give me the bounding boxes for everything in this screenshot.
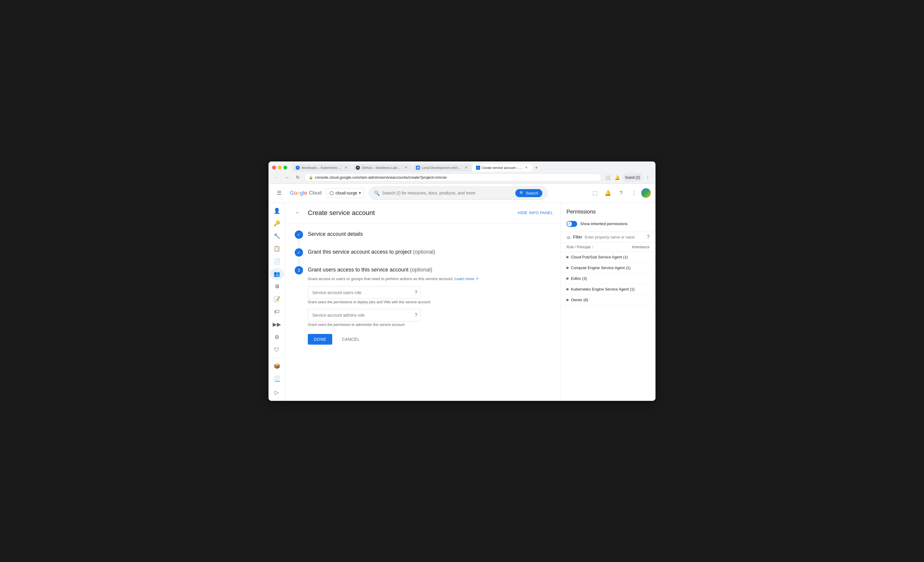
maximize-window-button[interactable]	[284, 166, 287, 169]
search-bar-icon: 🔍	[374, 190, 380, 196]
step-1-check-icon: ✓	[297, 232, 301, 237]
tag-icon: 🏷	[274, 309, 279, 315]
sidebar-item-key[interactable]: 🔑	[270, 218, 284, 229]
sidebar-item-policy[interactable]: 📄	[270, 256, 284, 267]
sidebar-item-tag[interactable]: 🏷	[270, 306, 284, 317]
project-dropdown-icon: ▾	[359, 191, 361, 195]
project-selector[interactable]: ⬡ cloud-surge ▾	[326, 188, 364, 198]
admins-role-field: ? Grant users the permission to administ…	[308, 309, 551, 327]
notifications-button[interactable]: 🔔	[613, 173, 621, 182]
sidebar-item-audit[interactable]: 📋	[270, 243, 284, 254]
project-name: cloud-surge	[336, 191, 357, 195]
minimize-window-button[interactable]	[278, 166, 282, 169]
tab-k8s-close[interactable]: ✕	[344, 166, 348, 170]
step-3-number: 3	[298, 268, 300, 273]
gear-icon: ⚙	[274, 334, 279, 341]
step-2-content: Grant this service account access to pro…	[308, 248, 551, 264]
help-button[interactable]: ?	[615, 187, 627, 199]
tab-k8s-label: Workloads – Kubernetes Engi…	[302, 166, 342, 169]
tab-iam-label: Create service account – IAM	[482, 166, 522, 169]
permission-row-editor[interactable]: ▶ Editor (3)	[561, 273, 656, 284]
new-tab-button[interactable]: +	[532, 164, 540, 172]
chevron-right-icon: ▶▶	[273, 321, 281, 328]
guest-label: Guest (2)	[625, 175, 640, 179]
search-input[interactable]	[382, 191, 513, 195]
sidebar-item-forward[interactable]: ▶▶	[270, 319, 284, 330]
users-role-input[interactable]	[308, 286, 421, 299]
step-2-indicator: ✓	[295, 248, 303, 257]
step-1-row: ✓ Service account details	[295, 230, 551, 248]
filter-help-icon[interactable]: ?	[647, 234, 650, 240]
guest-profile-button[interactable]: Guest (2)	[623, 173, 642, 182]
user-avatar-button[interactable]	[641, 188, 651, 198]
cancel-button[interactable]: CANCEL	[336, 334, 366, 345]
browser-tabs: ⎈ Workloads – Kubernetes Engi… ✕ ⊗ GitHu…	[292, 164, 642, 172]
permission-row-compute[interactable]: ▶ Compute Engine Service Agent (1)	[561, 263, 656, 273]
browser-menu-button[interactable]: ⋮	[644, 173, 652, 182]
hide-info-panel-button[interactable]: HIDE INFO PANEL	[518, 211, 553, 215]
permission-label-pubsub: Cloud Pub/Sub Service Agent (1)	[571, 255, 650, 259]
permission-row-owner[interactable]: ▶ Owner (8)	[561, 295, 656, 305]
admins-role-help-icon[interactable]: ?	[415, 312, 417, 318]
tab-local[interactable]: ◉ Local Development (minikube… ✕	[412, 164, 472, 172]
sidebar-item-tools[interactable]: 🔧	[270, 230, 284, 241]
admins-role-input[interactable]	[308, 309, 421, 321]
done-button[interactable]: DONE	[308, 334, 332, 345]
sidebar-item-artifact[interactable]: 📦	[270, 360, 284, 372]
url-bar[interactable]: 🔒 console.cloud.google.com/iam-admin/ser…	[304, 173, 602, 181]
sort-arrow-icon[interactable]: ↑	[592, 245, 594, 249]
sidebar-item-workbench[interactable]: 🖥	[270, 281, 284, 292]
permission-row-pubsub[interactable]: ▶ Cloud Pub/Sub Service Agent (1)	[561, 252, 656, 263]
google-cloud-logo[interactable]: Google Cloud	[290, 190, 321, 196]
back-nav-button[interactable]: ←	[272, 173, 280, 182]
document-icon: 📃	[274, 375, 280, 382]
learn-more-link[interactable]: Learn more ↗	[454, 277, 478, 281]
step-1-title: Service account details	[308, 230, 551, 238]
step-2-check-icon: ✓	[297, 250, 301, 255]
filter-input[interactable]	[585, 235, 645, 239]
users-role-help-icon[interactable]: ?	[415, 290, 417, 295]
tab-k8s[interactable]: ⎈ Workloads – Kubernetes Engi… ✕	[292, 164, 351, 172]
more-options-button[interactable]: ⋮	[628, 187, 640, 199]
sidebar-item-list[interactable]: 📝	[270, 293, 284, 305]
sidebar-item-users[interactable]: 👥	[270, 268, 284, 280]
step-2-row: ✓ Grant this service account access to p…	[295, 248, 551, 266]
filter-label: Filter	[573, 235, 582, 239]
sidebar-item-doc[interactable]: 📃	[270, 373, 284, 384]
permission-label-compute: Compute Engine Service Agent (1)	[571, 266, 650, 270]
back-button[interactable]: ←	[292, 208, 303, 218]
search-bar[interactable]: 🔍 🔍 Search	[369, 187, 548, 200]
tab-iam-close[interactable]: ✕	[524, 166, 528, 170]
tab-github[interactable]: ⊗ GitHub – Steinbeck-Lab/cloud… ✕	[352, 164, 412, 172]
tab-local-close[interactable]: ✕	[464, 166, 468, 170]
people-icon: 👤	[274, 208, 280, 214]
permissions-header: Role / Principal ↑ Inheritance	[561, 243, 656, 252]
permission-label-editor: Editor (3)	[571, 276, 650, 281]
users-role-field: ? Grant users the permissions to deploy …	[308, 286, 551, 304]
forward-nav-button[interactable]: →	[283, 173, 291, 182]
list-icon: 📝	[274, 296, 280, 302]
sidebar-collapse-button[interactable]: ▷	[270, 387, 284, 398]
inherited-toggle-label: Show inherited permissions	[580, 221, 627, 226]
tab-github-close[interactable]: ✕	[404, 166, 408, 170]
tab-iam[interactable]: I Create service account – IAM ✕	[472, 164, 532, 172]
close-window-button[interactable]	[272, 166, 276, 169]
hamburger-menu-button[interactable]: ☰	[273, 187, 285, 199]
col-role-header: Role / Principal ↑	[567, 245, 626, 249]
step-1-left: ✓	[295, 230, 303, 248]
side-nav: 👤 🔑 🔧 📋 📄 👥 🖥	[268, 203, 285, 401]
permission-row-k8s[interactable]: ▶ Kubernetes Engine Service Agent (1)	[561, 284, 656, 295]
sidebar-item-settings[interactable]: ⚙	[270, 331, 284, 342]
sidebar-item-shield[interactable]: 🛡	[270, 344, 284, 355]
permissions-list: ▶ Cloud Pub/Sub Service Agent (1) ▶ Comp…	[561, 252, 656, 305]
cast-button[interactable]: ⬜	[604, 173, 612, 182]
sidebar-item-iam[interactable]: 👤	[270, 205, 284, 217]
cloud-shell-button[interactable]: ⬚	[589, 187, 601, 199]
box-icon: 📦	[274, 363, 280, 369]
nav-divider	[272, 358, 282, 358]
reload-nav-button[interactable]: ↻	[294, 173, 302, 182]
button-row: DONE CANCEL	[308, 334, 551, 345]
search-button[interactable]: 🔍 Search	[515, 189, 542, 197]
notifications-icon-button[interactable]: 🔔	[602, 187, 614, 199]
inherited-toggle-switch[interactable]	[567, 221, 577, 227]
